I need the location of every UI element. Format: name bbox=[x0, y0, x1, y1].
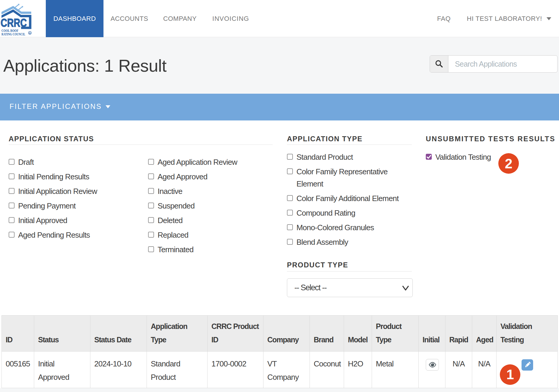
svg-text:CRRC: CRRC bbox=[1, 17, 27, 29]
svg-text:R: R bbox=[29, 32, 31, 35]
svg-text:RATING COUNCIL: RATING COUNCIL bbox=[1, 32, 25, 36]
